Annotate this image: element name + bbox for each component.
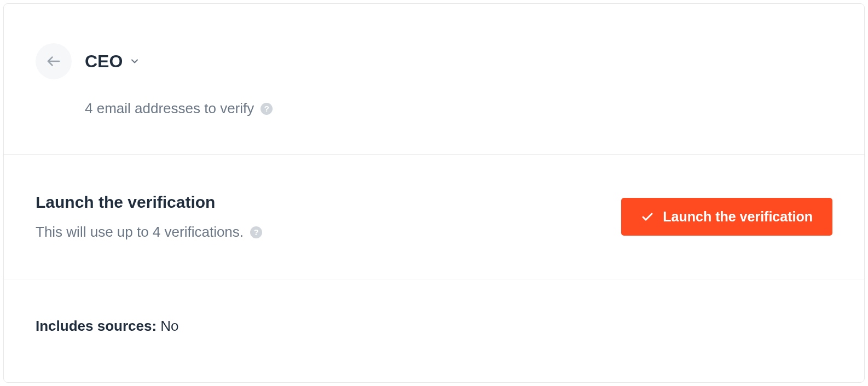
launch-verification-button[interactable]: Launch the verification: [621, 198, 832, 236]
subtitle-text: 4 email addresses to verify: [85, 100, 254, 117]
launch-button-label: Launch the verification: [663, 209, 813, 225]
check-icon: [641, 210, 654, 224]
chevron-down-icon: [129, 56, 140, 67]
arrow-left-icon: [45, 53, 62, 69]
launch-section: Launch the verification This will use up…: [4, 155, 864, 279]
page-title: CEO: [85, 51, 123, 72]
launch-description: This will use up to 4 verifications.: [36, 224, 244, 241]
launch-description-row: This will use up to 4 verifications. ?: [36, 224, 262, 241]
launch-title: Launch the verification: [36, 193, 262, 212]
back-button[interactable]: [36, 43, 72, 79]
help-icon[interactable]: ?: [250, 226, 262, 238]
sources-row: Includes sources: No: [36, 318, 832, 335]
sources-value: No: [160, 318, 178, 334]
help-icon[interactable]: ?: [261, 103, 273, 115]
sources-section: Includes sources: No: [4, 279, 864, 373]
subtitle-row: 4 email addresses to verify ?: [85, 100, 832, 117]
title-dropdown[interactable]: CEO: [85, 51, 140, 72]
verification-panel: CEO 4 email addresses to verify ? Launch…: [3, 3, 865, 383]
header-row: CEO: [36, 43, 832, 79]
launch-info: Launch the verification This will use up…: [36, 193, 262, 241]
sources-label: Includes sources:: [36, 318, 157, 334]
header-section: CEO 4 email addresses to verify ?: [4, 4, 864, 155]
